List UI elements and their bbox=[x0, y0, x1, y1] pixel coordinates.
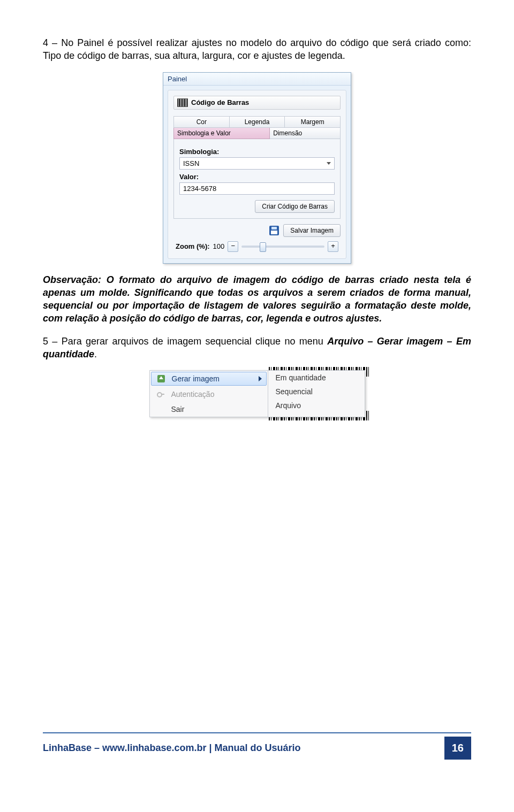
barcode-icon bbox=[177, 98, 188, 107]
simbologia-value: ISSN bbox=[183, 159, 199, 167]
zoom-label: Zoom (%): bbox=[176, 242, 210, 250]
tab-margem[interactable]: Margem bbox=[285, 116, 341, 128]
tab-cor[interactable]: Cor bbox=[173, 116, 230, 128]
key-icon bbox=[157, 390, 164, 398]
export-icon bbox=[157, 375, 165, 382]
valor-label: Valor: bbox=[179, 173, 335, 181]
observacao-paragraph: Observação: O formato do arquivo de imag… bbox=[43, 273, 471, 325]
menu-screenshot: Gerar imagem Autenticação Sair Em quanti… bbox=[43, 370, 471, 417]
para5-text-a: 5 – Para gerar arquivos de imagem sequen… bbox=[43, 336, 327, 347]
chevron-down-icon bbox=[327, 162, 331, 165]
painel-screenshot: Painel Código de Barras Cor Legenda Marg… bbox=[43, 72, 471, 264]
menu-sair-label: Sair bbox=[171, 405, 185, 413]
menu-gerar-label: Gerar imagem bbox=[172, 374, 220, 383]
menu-sair[interactable]: Sair bbox=[150, 402, 268, 417]
paragraph-5: 5 – Para gerar arquivos de imagem sequen… bbox=[43, 335, 471, 361]
zoom-value: 100 bbox=[213, 242, 225, 250]
page-number: 16 bbox=[444, 737, 471, 760]
para5-text-c: . bbox=[94, 349, 97, 359]
zoom-plus-button[interactable]: + bbox=[328, 241, 338, 252]
submenu-em-quantidade[interactable]: Em quantidade bbox=[268, 371, 365, 385]
valor-input[interactable]: 1234-5678 bbox=[179, 182, 335, 195]
context-menu: Gerar imagem Autenticação Sair Em quanti… bbox=[149, 370, 365, 417]
section-label: Código de Barras bbox=[191, 98, 249, 106]
painel-window: Painel Código de Barras Cor Legenda Marg… bbox=[163, 72, 351, 264]
page-footer: LinhaBase – www.linhabase.com.br | Manua… bbox=[43, 732, 471, 760]
tab-legenda[interactable]: Legenda bbox=[230, 116, 285, 128]
submenu-sequencial[interactable]: Sequencial bbox=[268, 385, 365, 399]
criar-codigo-button[interactable]: Criar Código de Barras bbox=[255, 200, 335, 213]
section-codigo-barras[interactable]: Código de Barras bbox=[173, 96, 341, 110]
submenu-arquivo[interactable]: Arquivo bbox=[268, 399, 365, 412]
salvar-imagem-button[interactable]: Salvar Imagem bbox=[283, 224, 341, 237]
footer-text: LinhaBase – www.linhabase.com.br | Manua… bbox=[43, 742, 300, 754]
tab-simbologia-valor[interactable]: Simbologia e Valor bbox=[173, 128, 270, 139]
menu-autenticacao-label: Autenticação bbox=[171, 390, 215, 399]
menu-autenticacao[interactable]: Autenticação bbox=[150, 387, 268, 402]
simbologia-label: Simbologia: bbox=[179, 148, 335, 156]
simbologia-combo[interactable]: ISSN bbox=[179, 157, 335, 170]
save-icon bbox=[269, 226, 279, 235]
slider-thumb[interactable] bbox=[260, 242, 266, 252]
zoom-minus-button[interactable]: − bbox=[228, 241, 238, 252]
paragraph-4: 4 – No Painel é possível realizar ajuste… bbox=[43, 36, 471, 63]
zoom-slider[interactable] bbox=[241, 246, 324, 248]
painel-titlebar: Painel bbox=[163, 73, 351, 86]
tab-dimensao[interactable]: Dimensão bbox=[270, 128, 341, 139]
chevron-right-icon bbox=[259, 376, 262, 381]
menu-gerar-imagem[interactable]: Gerar imagem bbox=[151, 372, 267, 386]
